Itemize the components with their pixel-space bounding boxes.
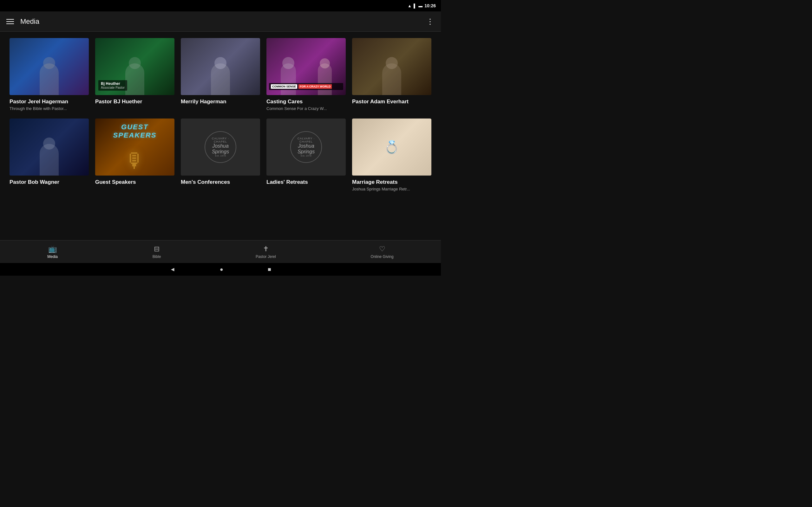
guest-speakers-label: GUESTSPEAKERS bbox=[95, 123, 174, 139]
nav-bible[interactable]: ⊟ Bible bbox=[146, 242, 167, 262]
giving-nav-icon: ♡ bbox=[379, 245, 386, 253]
status-bar: ▲ ▌ ▬ 10:26 bbox=[0, 0, 441, 11]
card-title-guest: Guest Speakers bbox=[95, 179, 174, 186]
card-subtitle-casting: Common Sense For a Crazy W... bbox=[266, 106, 346, 111]
card-ladies[interactable]: Calvary · Chapel JoshuaSprings Est. 1978… bbox=[266, 118, 346, 191]
thumb-bj: Bj Heuther Associate Pastor bbox=[95, 38, 174, 95]
more-options-button[interactable]: ⋮ bbox=[426, 17, 435, 26]
badge-common-sense: COMMON SENSE bbox=[271, 84, 297, 89]
card-title-adam: Pastor Adam Everhart bbox=[352, 98, 432, 105]
badge-crazy-world: FOR A CRAZY WORLD bbox=[299, 84, 332, 89]
thumb-jerel bbox=[9, 38, 89, 95]
card-adam[interactable]: Pastor Adam Everhart bbox=[352, 38, 432, 111]
bottom-nav: 📺 Media ⊟ Bible ✝ Pastor Jerel ♡ Online … bbox=[0, 240, 441, 263]
card-subtitle-jerel: Through the Bible with Pastor... bbox=[9, 106, 89, 111]
media-nav-icon: 📺 bbox=[48, 245, 57, 253]
card-merrily[interactable]: Merrily Hagerman bbox=[181, 38, 260, 111]
battery-icon: ▬ bbox=[418, 3, 422, 8]
back-button[interactable]: ◄ bbox=[170, 266, 175, 273]
bible-nav-label: Bible bbox=[153, 255, 161, 259]
casting-badge: COMMON SENSE FOR A CRAZY WORLD bbox=[269, 83, 343, 90]
content-area: Pastor Jerel Hagerman Through the Bible … bbox=[0, 32, 441, 253]
thumb-guest: GUESTSPEAKERS 🎙 bbox=[95, 118, 174, 176]
thumb-merrily bbox=[181, 38, 260, 95]
top-bar-left: Media bbox=[6, 17, 39, 26]
status-time: 10:26 bbox=[424, 3, 436, 8]
card-title-bob: Pastor Bob Wagner bbox=[9, 179, 89, 186]
status-icons: ▲ ▌ ▬ 10:26 bbox=[408, 3, 436, 8]
card-subtitle-marriage: Joshua Springs Marriage Retr... bbox=[352, 187, 432, 191]
giving-nav-label: Online Giving bbox=[371, 255, 394, 259]
recent-button[interactable]: ■ bbox=[268, 266, 271, 273]
top-bar: Media ⋮ bbox=[0, 11, 441, 32]
thumb-mens: Calvary · Chapel JoshuaSprings Est. 1978 bbox=[181, 118, 260, 176]
media-grid: Pastor Jerel Hagerman Through the Bible … bbox=[9, 38, 432, 191]
card-title-mens: Men's Conferences bbox=[181, 179, 260, 186]
pastor-nav-label: Pastor Jerel bbox=[256, 255, 276, 259]
bj-role: Associate Pastor bbox=[101, 86, 125, 89]
media-nav-label: Media bbox=[47, 255, 58, 259]
card-marriage[interactable]: 💍 Marriage Retreats Joshua Springs Marri… bbox=[352, 118, 432, 191]
thumb-bob bbox=[9, 118, 89, 176]
wifi-icon: ▲ bbox=[408, 3, 412, 8]
thumb-casting: COMMON SENSE FOR A CRAZY WORLD bbox=[266, 38, 346, 95]
system-nav: ◄ ● ■ bbox=[0, 263, 441, 276]
js-logo-mens: Calvary · Chapel JoshuaSprings Est. 1978 bbox=[205, 131, 236, 163]
card-casting[interactable]: COMMON SENSE FOR A CRAZY WORLD Casting C… bbox=[266, 38, 346, 111]
card-title-ladies: Ladies' Retreats bbox=[266, 179, 346, 186]
signal-icon: ▌ bbox=[414, 3, 416, 8]
bj-name: Bj Heuther bbox=[101, 81, 125, 86]
page-title: Media bbox=[20, 17, 39, 26]
thumb-marriage: 💍 bbox=[352, 118, 432, 176]
card-bj[interactable]: Bj Heuther Associate Pastor Pastor BJ Hu… bbox=[95, 38, 174, 111]
nav-pastor[interactable]: ✝ Pastor Jerel bbox=[249, 242, 282, 262]
thumb-adam bbox=[352, 38, 432, 95]
nav-giving[interactable]: ♡ Online Giving bbox=[364, 242, 400, 262]
card-title-marriage: Marriage Retreats bbox=[352, 179, 432, 186]
card-jerel[interactable]: Pastor Jerel Hagerman Through the Bible … bbox=[9, 38, 89, 111]
card-title-casting: Casting Cares bbox=[266, 98, 346, 105]
bible-nav-icon: ⊟ bbox=[154, 245, 159, 253]
card-bob[interactable]: Pastor Bob Wagner bbox=[9, 118, 89, 191]
card-title-jerel: Pastor Jerel Hagerman bbox=[9, 98, 89, 105]
card-title-merrily: Merrily Hagerman bbox=[181, 98, 260, 105]
home-button[interactable]: ● bbox=[220, 266, 223, 273]
card-guest[interactable]: GUESTSPEAKERS 🎙 Guest Speakers bbox=[95, 118, 174, 191]
nav-media[interactable]: 📺 Media bbox=[41, 242, 64, 262]
bj-overlay-label: Bj Heuther Associate Pastor bbox=[98, 80, 127, 91]
menu-button[interactable] bbox=[6, 19, 14, 24]
js-logo-ladies: Calvary · Chapel JoshuaSprings Est. 1978 bbox=[290, 131, 322, 163]
card-title-bj: Pastor BJ Huether bbox=[95, 98, 174, 105]
marriage-icon: 💍 bbox=[384, 140, 400, 155]
thumb-ladies: Calvary · Chapel JoshuaSprings Est. 1978 bbox=[266, 118, 346, 176]
card-mens[interactable]: Calvary · Chapel JoshuaSprings Est. 1978… bbox=[181, 118, 260, 191]
pastor-nav-icon: ✝ bbox=[263, 245, 269, 253]
